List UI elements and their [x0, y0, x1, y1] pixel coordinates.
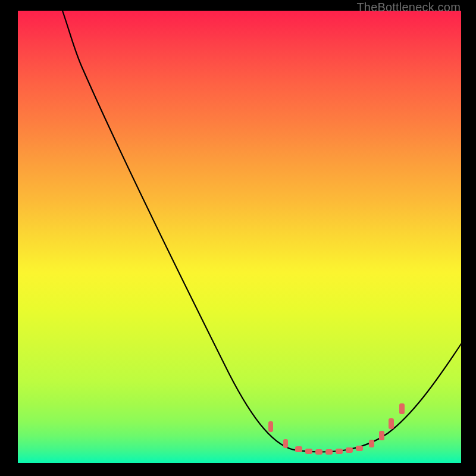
marker-dot	[399, 403, 405, 414]
bottleneck-curve	[62, 11, 461, 452]
chart-frame: TheBottleneck.com	[0, 0, 476, 476]
marker-group	[268, 403, 405, 455]
marker-dot	[295, 446, 302, 452]
marker-dot	[283, 439, 288, 448]
marker-dot	[379, 431, 384, 440]
marker-dot	[336, 449, 343, 454]
plot-area	[18, 11, 461, 463]
watermark-text: TheBottleneck.com	[356, 1, 461, 14]
marker-dot	[389, 418, 394, 429]
marker-dot	[346, 447, 353, 453]
marker-dot	[356, 446, 363, 451]
marker-dot	[315, 449, 322, 455]
marker-dot	[305, 449, 312, 454]
marker-dot	[369, 440, 374, 447]
marker-dot	[268, 421, 273, 432]
curve-svg	[18, 11, 461, 463]
marker-dot	[325, 449, 333, 455]
